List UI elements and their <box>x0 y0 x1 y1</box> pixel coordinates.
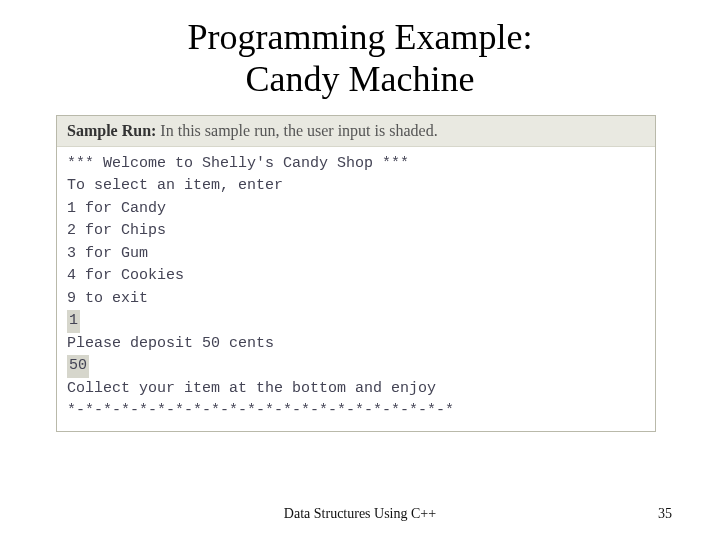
output-line: 3 for Gum <box>67 243 645 266</box>
output-line: 9 to exit <box>67 288 645 311</box>
output-line: To select an item, enter <box>67 175 645 198</box>
sample-run-header-text: In this sample run, the user input is sh… <box>156 122 437 139</box>
output-line: 2 for Chips <box>67 220 645 243</box>
slide: Programming Example: Candy Machine Sampl… <box>0 0 720 540</box>
slide-footer: Data Structures Using C++ 35 <box>0 506 720 522</box>
output-line: 4 for Cookies <box>67 265 645 288</box>
output-line: 1 for Candy <box>67 198 645 221</box>
footer-center-text: Data Structures Using C++ <box>0 506 720 522</box>
output-line: Collect your item at the bottom and enjo… <box>67 378 645 401</box>
sample-run-body: *** Welcome to Shelly's Candy Shop *** T… <box>57 147 655 431</box>
sample-run-header: Sample Run: In this sample run, the user… <box>57 116 655 147</box>
user-input-shaded: 1 <box>67 310 80 333</box>
output-line: *** Welcome to Shelly's Candy Shop *** <box>67 153 645 176</box>
title-line-2: Candy Machine <box>246 59 475 99</box>
sample-run-label: Sample Run: <box>67 122 156 139</box>
sample-run-box: Sample Run: In this sample run, the user… <box>56 115 656 432</box>
user-input-shaded: 50 <box>67 355 89 378</box>
output-line: Please deposit 50 cents <box>67 333 645 356</box>
output-line: *-*-*-*-*-*-*-*-*-*-*-*-*-*-*-*-*-*-*-*-… <box>67 400 645 423</box>
title-line-1: Programming Example: <box>188 17 533 57</box>
user-input-line: 50 <box>67 355 645 378</box>
user-input-line: 1 <box>67 310 645 333</box>
slide-title: Programming Example: Candy Machine <box>0 16 720 101</box>
